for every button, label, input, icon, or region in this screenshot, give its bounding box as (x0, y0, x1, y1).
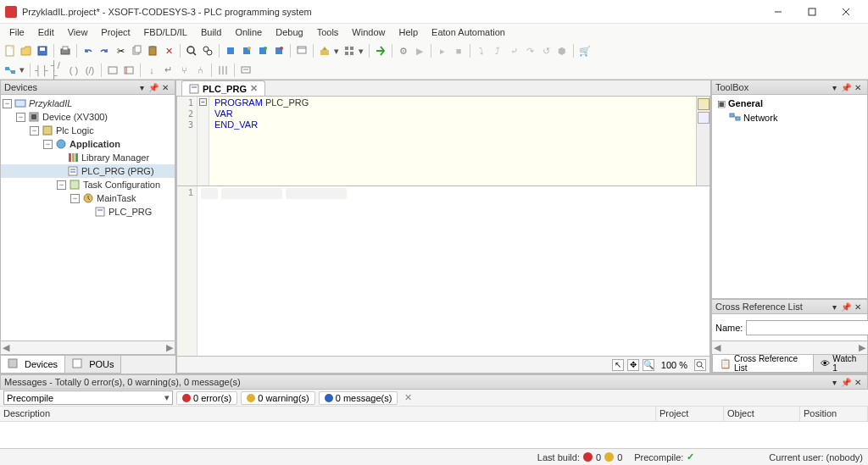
parallel-icon[interactable] (216, 64, 230, 77)
collapse-icon[interactable]: − (16, 113, 25, 122)
menu-eaton[interactable]: Eaton Automation (426, 25, 511, 39)
coil-icon[interactable]: ( ) (67, 64, 81, 77)
tree-application[interactable]: − Application (1, 137, 175, 151)
menu-window[interactable]: Window (346, 25, 391, 39)
return-icon[interactable]: ↵ (161, 64, 175, 77)
menu-project[interactable]: Project (95, 25, 136, 39)
menu-online[interactable]: Online (229, 25, 268, 39)
tree-library-manager[interactable]: Library Manager (1, 151, 175, 164)
clear-icon[interactable]: ✕ (401, 392, 415, 403)
branch2-icon[interactable]: ⑃ (193, 64, 207, 77)
menu-fbdldil[interactable]: FBD/LD/IL (138, 25, 193, 39)
stop-icon[interactable]: ■ (452, 44, 465, 58)
toolbox-item-network[interactable]: Network (714, 111, 865, 125)
copy-icon[interactable] (130, 44, 143, 58)
network-icon[interactable] (3, 64, 17, 77)
close-icon[interactable]: ✕ (852, 376, 864, 388)
new-file-icon[interactable] (3, 44, 17, 58)
panel-dropdown-icon[interactable]: ▾ (136, 81, 147, 93)
delete-icon[interactable]: ✕ (162, 44, 175, 58)
step-icon[interactable]: ↷ (523, 44, 537, 58)
find-replace-icon[interactable] (201, 44, 214, 58)
zoom-icon[interactable]: 🔍 (643, 359, 654, 371)
step-over-icon[interactable]: ⤴ (491, 44, 504, 58)
menu-view[interactable]: View (62, 25, 94, 39)
box-en-icon[interactable] (122, 64, 136, 77)
login-icon[interactable] (374, 44, 387, 58)
cart-icon[interactable]: 🛒 (578, 44, 592, 58)
menu-file[interactable]: File (3, 25, 31, 39)
pin-icon[interactable]: 📌 (840, 376, 852, 388)
pin-icon[interactable]: 📌 (147, 81, 159, 93)
devices-header[interactable]: Devices ▾ 📌 ✕ (0, 80, 175, 95)
crossref-header[interactable]: Cross Reference List ▾ 📌 ✕ (711, 299, 868, 314)
col-project[interactable]: Project (656, 407, 724, 421)
tree-plc-prg[interactable]: PLC_PRG (PRG) (1, 164, 175, 178)
pointer-icon[interactable]: ↖ (612, 359, 624, 371)
window-icon[interactable] (295, 44, 309, 58)
run-icon[interactable]: ▶ (413, 44, 426, 58)
step-into-icon[interactable]: ⤵ (475, 44, 488, 58)
collapse-icon[interactable]: − (30, 126, 39, 136)
toolbox-header[interactable]: ToolBox ▾ 📌 ✕ (711, 80, 868, 95)
zoom-dropdown-icon[interactable] (694, 359, 706, 371)
messages-header[interactable]: Messages - Totally 0 error(s), 0 warning… (0, 374, 868, 390)
toolbox-group-general[interactable]: ▣ General (714, 97, 865, 111)
tree-scrollbar[interactable]: ◀▶ (0, 341, 175, 355)
minimize-button[interactable] (761, 2, 795, 22)
tool-b-icon[interactable] (240, 44, 253, 58)
step2-icon[interactable]: ↺ (539, 44, 553, 58)
close-icon[interactable]: ✕ (159, 81, 171, 93)
pin-icon[interactable]: 📌 (840, 301, 852, 313)
neg-coil-icon[interactable]: (/) (83, 64, 97, 77)
tree-task-config[interactable]: − Task Configuration (1, 178, 175, 191)
maximize-button[interactable] (795, 2, 829, 22)
implementation-editor[interactable]: 1 (176, 186, 710, 357)
cut-icon[interactable]: ✂ (114, 44, 127, 58)
branch-icon[interactable]: ⑂ (177, 64, 191, 77)
contact-no-icon[interactable]: ┤├ (35, 64, 48, 77)
close-icon[interactable]: ✕ (852, 81, 864, 93)
tree-main-task[interactable]: − MainTask (1, 191, 175, 205)
close-icon[interactable]: ✕ (852, 301, 864, 313)
collapse-icon[interactable]: − (57, 180, 66, 190)
box-icon[interactable] (106, 64, 120, 77)
play-icon[interactable]: ▸ (436, 44, 449, 58)
view-mode-icon[interactable] (698, 112, 709, 124)
close-button[interactable] (829, 2, 863, 22)
dropdown-icon[interactable]: ▾ (19, 64, 25, 75)
jump-icon[interactable]: ↓ (145, 64, 159, 77)
pin-icon[interactable]: 📌 (840, 81, 852, 93)
tab-crossref[interactable]: 📋 Cross Reference List (712, 355, 814, 373)
tree-task-plc-prg[interactable]: PLC_PRG (1, 205, 175, 219)
tool-c-icon[interactable] (256, 44, 270, 58)
collapse-icon[interactable]: − (70, 194, 80, 203)
redo-icon[interactable] (97, 44, 111, 58)
col-position[interactable]: Position (800, 407, 868, 421)
code-lines[interactable]: PROGRAM PLC_PRG VAR END_VAR (209, 97, 696, 185)
find-icon[interactable] (185, 44, 198, 58)
catalog-icon[interactable] (342, 44, 356, 58)
view-mode-icon[interactable] (698, 98, 709, 110)
breakpoint-icon[interactable]: ⬢ (555, 44, 569, 58)
menu-tools[interactable]: Tools (311, 25, 345, 39)
dropdown-icon[interactable]: ▾ (334, 46, 340, 57)
contact-nc-icon[interactable]: ┤/├ (51, 64, 64, 77)
tree-root[interactable]: − PrzykladIL (1, 97, 175, 110)
panel-dropdown-icon[interactable]: ▾ (828, 376, 840, 388)
crossref-name-input[interactable] (746, 320, 868, 335)
crossref-scroll[interactable]: ◀▶ (711, 341, 868, 355)
undo-icon[interactable] (81, 44, 95, 58)
tool-a-icon[interactable] (224, 44, 237, 58)
menu-help[interactable]: Help (392, 25, 424, 39)
editor-tab-plc-prg[interactable]: PLC_PRG ✕ (181, 80, 265, 96)
tree-plc-logic[interactable]: − Plc Logic (1, 124, 175, 137)
pan-icon[interactable]: ✥ (627, 359, 639, 371)
tab-pous[interactable]: POUs (64, 356, 121, 374)
errors-filter[interactable]: 0 error(s) (176, 391, 237, 405)
menu-debug[interactable]: Debug (270, 25, 309, 39)
warnings-filter[interactable]: 0 warning(s) (241, 391, 315, 405)
col-object[interactable]: Object (724, 407, 800, 421)
close-tab-icon[interactable]: ✕ (250, 83, 258, 94)
tab-watch1[interactable]: 👁 Watch 1 (813, 355, 868, 373)
